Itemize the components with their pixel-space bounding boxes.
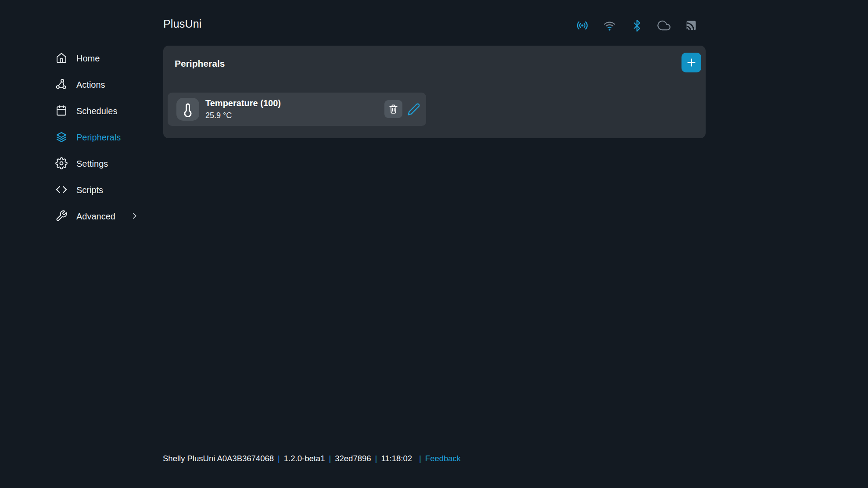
sidebar-item-scripts[interactable]: Scripts — [55, 176, 165, 203]
status-bar — [576, 18, 698, 32]
wrench-icon — [55, 210, 68, 222]
peripheral-name: Temperature (100) — [205, 98, 281, 108]
edit-peripheral-button[interactable] — [407, 102, 421, 117]
calendar-icon — [55, 104, 68, 117]
sidebar-item-actions[interactable]: Actions — [55, 71, 165, 97]
mqtt-icon — [685, 19, 698, 32]
peripheral-value: 25.9 °C — [205, 111, 281, 120]
sidebar-item-label: Settings — [76, 158, 108, 168]
sidebar-item-label: Actions — [76, 79, 105, 89]
peripheral-row: Temperature (100) 25.9 °C — [168, 93, 426, 126]
wifi-icon — [603, 19, 616, 32]
footer-separator: | — [278, 454, 280, 463]
sidebar-item-label: Scripts — [76, 185, 103, 194]
sidebar-item-label: Advanced — [76, 211, 115, 221]
chevron-right-icon — [129, 211, 139, 221]
gear-icon — [55, 157, 68, 169]
footer-time: 11:18:02 — [381, 454, 412, 463]
bluetooth-icon — [630, 19, 643, 32]
footer-build: 32ed7896 — [335, 454, 371, 463]
add-peripheral-button[interactable] — [681, 53, 701, 72]
sidebar-item-schedules[interactable]: Schedules — [55, 97, 165, 124]
thermometer-icon — [176, 98, 199, 121]
sidebar-item-label: Home — [76, 53, 100, 63]
access-point-icon — [576, 19, 589, 32]
delete-peripheral-button[interactable] — [384, 100, 402, 118]
sidebar-item-label: Schedules — [76, 106, 117, 115]
page-title: PlusUni — [163, 18, 202, 30]
actions-icon — [55, 78, 68, 90]
sidebar-item-label: Peripherals — [76, 132, 121, 142]
footer: Shelly PlusUni A0A3B3674068 | 1.2.0-beta… — [163, 454, 461, 463]
trash-icon — [387, 103, 399, 115]
footer-separator: | — [375, 454, 377, 463]
layers-icon — [55, 131, 68, 143]
peripheral-info: Temperature (100) 25.9 °C — [205, 98, 281, 120]
footer-separator: | — [329, 454, 331, 463]
cloud-icon — [657, 19, 671, 32]
card-title: Peripherals — [175, 58, 225, 69]
sidebar-item-home[interactable]: Home — [55, 45, 165, 71]
footer-separator: | — [419, 454, 421, 463]
sidebar-item-advanced[interactable]: Advanced — [55, 203, 165, 229]
sidebar-item-peripherals[interactable]: Peripherals — [55, 124, 165, 150]
footer-version: 1.2.0-beta1 — [284, 454, 325, 463]
code-icon — [55, 183, 68, 196]
plus-icon — [685, 57, 697, 68]
home-icon — [55, 52, 68, 64]
pencil-icon — [407, 103, 420, 116]
sidebar-item-settings[interactable]: Settings — [55, 150, 165, 176]
footer-device-id: Shelly PlusUni A0A3B3674068 — [163, 454, 274, 463]
feedback-link[interactable]: Feedback — [425, 454, 461, 463]
sidebar: Home Actions Schedules — [55, 45, 165, 229]
peripherals-card: Peripherals Temperature (100) 25.9 °C — [163, 46, 706, 138]
